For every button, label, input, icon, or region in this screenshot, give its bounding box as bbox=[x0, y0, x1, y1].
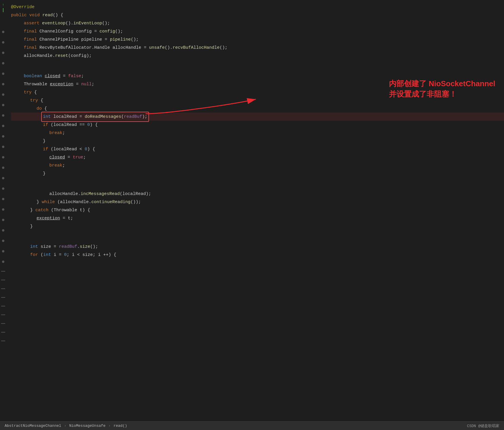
fold-dash bbox=[1, 332, 5, 333]
code-text: { bbox=[32, 88, 37, 96]
fold-dot bbox=[2, 219, 4, 221]
fold-dot bbox=[2, 167, 4, 169]
code-text: ()); bbox=[130, 198, 141, 206]
annotation-text-block: 内部创建了 NioSocketChannel 并设置成了非阻塞！ bbox=[389, 78, 495, 100]
code-text: () { bbox=[53, 11, 63, 19]
code-text: allocHandle. bbox=[24, 52, 55, 60]
code-text: = bbox=[65, 153, 73, 161]
keyword-break2: break bbox=[49, 162, 62, 169]
param-readbuf2: readBuf bbox=[59, 243, 77, 251]
code-line: } catch (Throwable t) { bbox=[11, 206, 504, 214]
var-closed2: closed bbox=[49, 153, 65, 161]
fold-dot bbox=[2, 208, 4, 211]
keyword-try2: try bbox=[30, 97, 38, 104]
code-content: @Override public void read () { assert e… bbox=[6, 0, 504, 421]
code-text: } bbox=[30, 223, 33, 230]
code-line-blank bbox=[11, 239, 504, 243]
code-text: ; bbox=[62, 162, 65, 169]
fold-dot bbox=[2, 62, 4, 64]
method-unsafe: unsafe bbox=[149, 44, 165, 52]
method-size: size bbox=[80, 243, 90, 251]
breadcrumb-item1: AbstractNioMessageChannel bbox=[5, 424, 61, 428]
code-text: (); bbox=[220, 44, 227, 52]
code-text: ; bbox=[92, 80, 94, 88]
fold-dash bbox=[1, 323, 5, 324]
method-reset: reset bbox=[55, 52, 68, 60]
method-incmessagesread: incMessagesRead bbox=[81, 190, 120, 198]
code-text: ; i < size; i ++) { bbox=[67, 251, 116, 259]
code-line: for ( int i = 0 ; i < size; i ++) { bbox=[11, 251, 504, 259]
left-sidebar: ↑ bbox=[0, 0, 6, 421]
fold-dot bbox=[2, 93, 4, 96]
up-arrow-icon: ↑ bbox=[2, 3, 4, 7]
fold-dot bbox=[2, 135, 4, 138]
code-line: @Override bbox=[11, 3, 504, 11]
code-line: if (localRead < 0 ) { bbox=[11, 145, 504, 153]
var-exception2: exception bbox=[37, 214, 60, 222]
code-text: RecvByteBufAllocator.Handle allocHandle … bbox=[37, 44, 149, 52]
method-eventloop: eventLoop bbox=[42, 19, 66, 27]
param-readbuf: readBuf bbox=[124, 113, 142, 121]
annotation-line2: 并设置成了非阻塞！ bbox=[389, 89, 495, 99]
fold-dot bbox=[2, 261, 4, 263]
keyword-public: public bbox=[11, 11, 27, 19]
code-line: allocHandle. incMessagesRead (localRead)… bbox=[11, 190, 504, 198]
code-line: } bbox=[11, 222, 504, 230]
fold-dash bbox=[1, 297, 5, 298]
code-line: } bbox=[11, 137, 504, 145]
code-text: } bbox=[43, 170, 46, 178]
code-text: (); bbox=[115, 28, 123, 35]
keyword-break1: break bbox=[49, 129, 62, 137]
code-text: ChannelPipeline pipeline = bbox=[37, 36, 110, 44]
keyword-while: while bbox=[42, 198, 55, 206]
code-text bbox=[27, 11, 29, 19]
code-text: = bbox=[73, 80, 81, 88]
fold-dot bbox=[2, 125, 4, 127]
fold-dot bbox=[2, 146, 4, 148]
keyword-int2: int bbox=[30, 243, 38, 251]
code-line-blank bbox=[11, 60, 504, 68]
method-ineventloop: inEventLoop bbox=[73, 19, 102, 27]
code-text: (localRead == bbox=[48, 121, 87, 129]
code-line: exception = t; bbox=[11, 214, 504, 222]
method-continuereading: continueReading bbox=[91, 198, 130, 206]
annotation-override: @Override bbox=[11, 3, 35, 11]
method-read: read bbox=[42, 11, 53, 19]
keyword-final3: final bbox=[24, 44, 37, 52]
code-text: . bbox=[77, 243, 80, 251]
code-text: allocHandle. bbox=[49, 190, 81, 198]
code-text: (localRead < bbox=[48, 145, 85, 153]
keyword-if2: if bbox=[43, 145, 48, 153]
code-line-highlighted: int localRead = doReadMessages ( readBuf… bbox=[11, 113, 504, 121]
code-line: } bbox=[11, 169, 504, 178]
code-line-blank bbox=[11, 178, 504, 186]
code-text: = bbox=[60, 72, 68, 80]
keyword-catch: catch bbox=[35, 206, 48, 214]
code-text: (). bbox=[165, 44, 173, 52]
code-line-blank bbox=[11, 186, 504, 190]
fold-dash bbox=[1, 341, 5, 341]
fold-dash bbox=[1, 288, 5, 289]
fold-dot bbox=[2, 187, 4, 190]
num-zero2: 0 bbox=[85, 145, 87, 153]
code-text bbox=[42, 72, 45, 80]
code-text: ) { bbox=[87, 145, 95, 153]
code-line: break ; bbox=[11, 129, 504, 137]
code-text: = t; bbox=[60, 214, 73, 222]
code-text: (); bbox=[131, 36, 139, 44]
code-line: do { bbox=[11, 104, 504, 113]
num-zero: 0 bbox=[87, 121, 90, 129]
code-text: (); bbox=[102, 19, 110, 27]
code-line: break ; bbox=[11, 161, 504, 169]
fold-dot bbox=[2, 177, 4, 179]
fold-dash bbox=[1, 315, 5, 315]
keyword-boolean: boolean bbox=[24, 72, 42, 80]
code-line: int size = readBuf . size (); bbox=[11, 243, 504, 251]
breadcrumb-sep1: › bbox=[64, 424, 66, 428]
method-pipeline: pipeline bbox=[110, 36, 131, 44]
method-doreadmessages: doReadMessages bbox=[85, 113, 121, 121]
fold-dot bbox=[2, 250, 4, 252]
code-text: ; bbox=[83, 153, 86, 161]
code-text: ) { bbox=[90, 121, 98, 129]
method-config: config bbox=[99, 28, 115, 35]
